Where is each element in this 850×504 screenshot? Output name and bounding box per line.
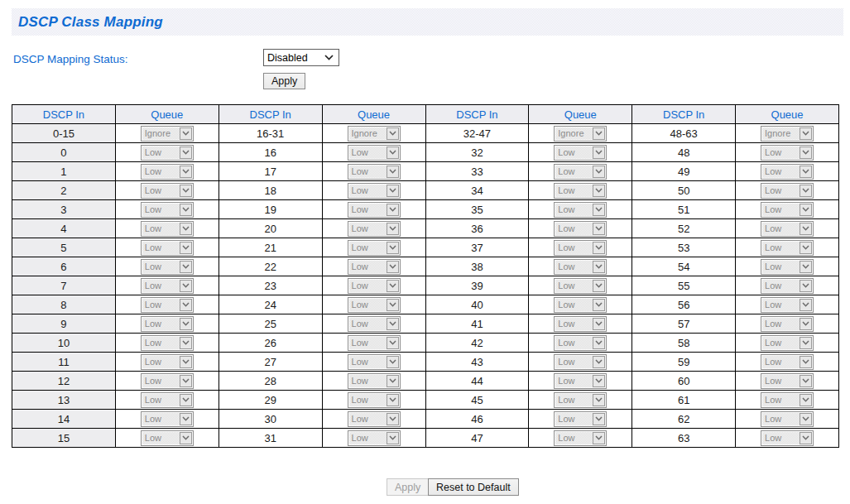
dscp-in-cell: 49 xyxy=(632,162,736,181)
queue-select[interactable]: Low xyxy=(761,373,814,389)
queue-select[interactable]: Low xyxy=(761,259,814,275)
queue-select[interactable]: Ignore xyxy=(141,126,194,142)
queue-select[interactable]: Low xyxy=(348,430,401,446)
queue-select[interactable]: Low xyxy=(761,430,814,446)
dscp-in-cell: 34 xyxy=(425,181,529,200)
queue-cell: Low xyxy=(115,143,219,162)
chevron-down-icon xyxy=(387,261,399,273)
queue-select-value: Low xyxy=(142,262,180,271)
queue-select[interactable]: Low xyxy=(348,202,401,218)
queue-select[interactable]: Low xyxy=(141,392,194,408)
queue-select[interactable]: Low xyxy=(761,278,814,294)
queue-select[interactable]: Low xyxy=(141,221,194,237)
queue-select[interactable]: Low xyxy=(141,373,194,389)
queue-cell: Low xyxy=(115,391,219,410)
queue-select[interactable]: Low xyxy=(348,335,401,351)
queue-select-value: Low xyxy=(555,395,593,405)
queue-select[interactable]: Low xyxy=(761,392,814,408)
queue-select[interactable]: Low xyxy=(554,354,607,370)
queue-select[interactable]: Low xyxy=(554,221,607,237)
queue-select[interactable]: Low xyxy=(141,430,194,446)
queue-select[interactable]: Low xyxy=(348,411,401,427)
queue-select[interactable]: Low xyxy=(141,240,194,256)
queue-select[interactable]: Low xyxy=(554,316,607,332)
queue-select[interactable]: Low xyxy=(554,145,607,161)
queue-select[interactable]: Low xyxy=(141,145,194,161)
queue-select[interactable]: Low xyxy=(141,335,194,351)
queue-select[interactable]: Low xyxy=(554,278,607,294)
queue-select[interactable]: Low xyxy=(761,335,814,351)
queue-select[interactable]: Low xyxy=(348,145,401,161)
dscp-in-cell: 18 xyxy=(219,181,322,200)
queue-select[interactable]: Low xyxy=(761,164,814,180)
queue-select[interactable]: Low xyxy=(141,183,194,199)
queue-select[interactable]: Low xyxy=(141,259,194,275)
queue-select[interactable]: Low xyxy=(554,373,607,389)
queue-select[interactable]: Low xyxy=(554,202,607,218)
dscp-in-cell: 51 xyxy=(632,200,736,219)
queue-cell: Low xyxy=(529,162,632,181)
queue-select[interactable]: Low xyxy=(554,392,607,408)
queue-cell: Low xyxy=(322,162,425,181)
queue-select[interactable]: Low xyxy=(554,335,607,351)
queue-select[interactable]: Low xyxy=(554,164,607,180)
queue-select-value: Low xyxy=(761,433,800,443)
queue-select[interactable]: Low xyxy=(348,259,401,275)
queue-select[interactable]: Low xyxy=(141,316,194,332)
dscp-in-cell: 36 xyxy=(425,219,529,238)
column-header-queue: Queue xyxy=(115,105,219,124)
queue-select[interactable]: Low xyxy=(761,354,814,370)
queue-select-value: Ignore xyxy=(142,128,180,138)
queue-select[interactable]: Low xyxy=(348,316,401,332)
queue-select[interactable]: Ignore xyxy=(761,126,814,142)
queue-select[interactable]: Low xyxy=(554,430,607,446)
queue-select[interactable]: Low xyxy=(348,297,401,313)
chevron-down-icon xyxy=(324,55,334,60)
queue-select[interactable]: Low xyxy=(141,297,194,313)
queue-select[interactable]: Low xyxy=(348,183,401,199)
queue-select[interactable]: Low xyxy=(348,164,401,180)
dscp-mapping-status-select[interactable]: Disabled xyxy=(263,49,339,66)
queue-select[interactable]: Low xyxy=(348,392,401,408)
queue-select[interactable]: Low xyxy=(761,297,814,313)
chevron-down-icon xyxy=(800,356,812,368)
queue-select[interactable]: Low xyxy=(554,183,607,199)
status-apply-button[interactable]: Apply xyxy=(263,73,305,89)
queue-select[interactable]: Low xyxy=(141,411,194,427)
queue-cell: Low xyxy=(115,334,219,353)
queue-select[interactable]: Low xyxy=(761,240,814,256)
queue-select[interactable]: Low xyxy=(348,240,401,256)
queue-select[interactable]: Low xyxy=(141,278,194,294)
queue-select[interactable]: Low xyxy=(348,278,401,294)
queue-select[interactable]: Low xyxy=(141,354,194,370)
queue-select[interactable]: Low xyxy=(141,164,194,180)
queue-select[interactable]: Low xyxy=(348,354,401,370)
table-apply-button[interactable]: Apply xyxy=(387,478,429,496)
queue-select[interactable]: Low xyxy=(141,202,194,218)
queue-select[interactable]: Low xyxy=(554,259,607,275)
queue-select[interactable]: Low xyxy=(761,183,814,199)
queue-select[interactable]: Low xyxy=(348,373,401,389)
queue-cell: Low xyxy=(322,200,425,219)
queue-select[interactable]: Low xyxy=(761,221,814,237)
queue-select[interactable]: Low xyxy=(761,411,814,427)
queue-select-value: Low xyxy=(348,414,387,424)
chevron-down-icon xyxy=(593,204,605,216)
queue-select[interactable]: Low xyxy=(554,297,607,313)
queue-select[interactable]: Low xyxy=(761,145,814,161)
queue-select[interactable]: Low xyxy=(348,221,401,237)
queue-select-value: Low xyxy=(142,319,180,329)
dscp-in-cell: 37 xyxy=(425,238,529,257)
queue-select[interactable]: Ignore xyxy=(554,126,607,142)
queue-select[interactable]: Low xyxy=(761,316,814,332)
queue-select[interactable]: Low xyxy=(761,202,814,218)
queue-select-value: Low xyxy=(142,376,180,386)
dscp-in-cell: 30 xyxy=(219,410,322,429)
queue-select[interactable]: Low xyxy=(554,240,607,256)
queue-select[interactable]: Low xyxy=(554,411,607,427)
queue-select[interactable]: Ignore xyxy=(348,126,401,142)
reset-to-default-button[interactable]: Reset to Default xyxy=(428,478,519,496)
dscp-in-cell: 21 xyxy=(219,238,322,257)
dscp-in-cell: 0-15 xyxy=(12,124,116,143)
queue-cell: Low xyxy=(115,372,219,391)
